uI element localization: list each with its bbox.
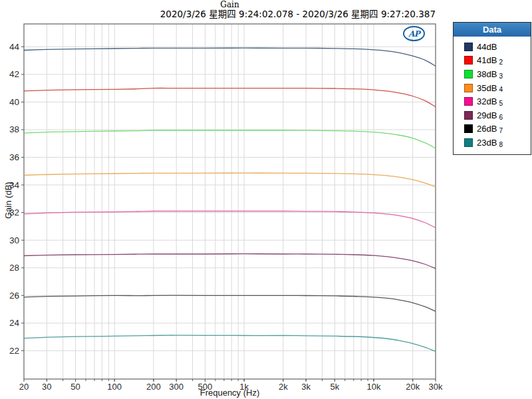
ap-logo: AP: [403, 26, 425, 41]
legend-item-32db[interactable]: 32dB5: [454, 94, 531, 108]
gain-frequency-plot: 2030501002003005001k2k3k5k10k20k30k22242…: [0, 0, 447, 399]
legend-item-trace-number: 7: [499, 127, 503, 136]
legend-item-trace-number: 3: [499, 72, 503, 81]
legend-item-label: 26dB: [477, 124, 497, 134]
y-tick-label: 38: [9, 124, 19, 134]
x-axis-title: Frequency (Hz): [24, 388, 436, 398]
legend-item-label: 32dB: [477, 96, 497, 106]
y-tick-label: 24: [9, 318, 20, 328]
legend-item-44db[interactable]: 44dB: [454, 40, 531, 54]
legend-swatch: [464, 43, 473, 51]
legend-item-label: 44dB: [477, 42, 497, 52]
legend-header[interactable]: Data: [454, 23, 531, 37]
legend-swatch: [464, 97, 473, 106]
ap-measurement-window: Gain 2020/3/26 星期四 9:24:02.078 - 2020/3/…: [0, 0, 532, 399]
y-tick-label: 40: [9, 97, 19, 107]
legend-item-41db[interactable]: 41dB2: [454, 54, 531, 68]
legend-item-trace-number: 2: [499, 59, 503, 67]
legend-item-26db[interactable]: 26dB7: [454, 122, 531, 136]
legend-item-trace-number: 4: [499, 86, 503, 94]
y-tick-label: 42: [9, 69, 19, 79]
data-legend-panel: Data 44dB41dB238dB335dB432dB529dB626dB72…: [453, 22, 531, 155]
legend-item-trace-number: 8: [499, 141, 503, 150]
legend-item-label: 41dB: [477, 55, 497, 65]
legend-swatch: [464, 84, 473, 92]
y-tick-label: 28: [9, 263, 19, 273]
legend-item-label: 38dB: [477, 69, 497, 79]
legend-swatch: [464, 138, 473, 147]
legend-swatch: [464, 111, 473, 120]
legend-item-trace-number: 5: [499, 100, 503, 108]
legend-item-label: 35dB: [477, 83, 497, 93]
legend-swatch: [464, 124, 473, 133]
legend-swatch: [464, 70, 473, 78]
legend-swatch: [464, 56, 473, 65]
legend-item-35db[interactable]: 35dB4: [454, 81, 531, 95]
legend-item-23db[interactable]: 23dB8: [454, 136, 531, 150]
legend-item-29db[interactable]: 29dB6: [454, 108, 531, 122]
legend-item-label: 23dB: [477, 138, 497, 148]
y-tick-label: 26: [9, 291, 19, 301]
ap-logo-text: AP: [408, 29, 419, 39]
legend-item-38db[interactable]: 38dB3: [454, 67, 531, 81]
legend-item-label: 29dB: [477, 110, 497, 120]
legend-items: 44dB41dB238dB335dB432dB529dB626dB723dB8: [454, 37, 531, 154]
y-axis-title: Gain (dB): [3, 157, 14, 243]
y-tick-label: 44: [9, 42, 20, 52]
legend-item-trace-number: 6: [499, 114, 503, 122]
y-tick-label: 22: [9, 346, 19, 356]
